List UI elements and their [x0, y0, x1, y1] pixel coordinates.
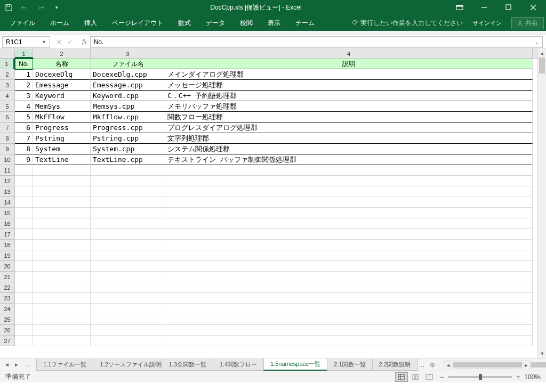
vscroll-thumb[interactable] — [539, 58, 545, 74]
cell[interactable]: Pstring.cpp — [91, 133, 165, 144]
zoom-slider[interactable] — [448, 376, 512, 378]
cell[interactable]: Pstring — [33, 133, 91, 144]
cell[interactable] — [15, 197, 33, 208]
sheet-tab[interactable]: 2.2関数説明 — [372, 359, 417, 371]
row-header[interactable]: 18 — [0, 240, 14, 250]
cell[interactable]: 説明 — [165, 59, 533, 69]
cell[interactable]: Progress — [33, 123, 91, 133]
cell[interactable] — [33, 293, 91, 304]
cell[interactable]: プログレスダイアログ処理郡 — [165, 123, 533, 133]
cell[interactable] — [165, 240, 533, 250]
cell[interactable] — [165, 336, 533, 346]
cell[interactable] — [165, 186, 533, 197]
zoom-thumb[interactable] — [479, 374, 482, 380]
row-header[interactable]: 11 — [0, 165, 14, 176]
cell[interactable]: 関数フロー処理郡 — [165, 112, 533, 123]
cell[interactable] — [15, 293, 33, 304]
scroll-down-icon[interactable]: ▼ — [538, 349, 546, 358]
cell[interactable] — [15, 229, 33, 240]
new-sheet-button[interactable]: ⊕ — [427, 358, 438, 371]
cell[interactable] — [165, 229, 533, 240]
minimize-button[interactable] — [473, 0, 495, 15]
view-page-break-icon[interactable] — [423, 372, 436, 382]
grid-cells[interactable]: No.名称ファイル名説明1DocexeDlgDocexeDlg.cppメインダイ… — [15, 59, 537, 358]
zoom-out-button[interactable]: − — [440, 373, 444, 381]
save-icon[interactable] — [3, 2, 14, 13]
sheet-tab[interactable]: 1.4関数フロー — [213, 359, 264, 371]
cell[interactable] — [91, 261, 165, 272]
row-header[interactable]: 3 — [0, 80, 14, 91]
tab-nav-buttons[interactable]: ◄ ► ... — [0, 358, 36, 371]
cell[interactable]: 名称 — [33, 59, 91, 69]
cell[interactable]: 2 — [15, 80, 33, 91]
sheet-tab[interactable]: 1.5namespace一覧 — [263, 358, 327, 371]
cell[interactable] — [33, 186, 91, 197]
cell[interactable] — [91, 293, 165, 304]
signin-link[interactable]: サインイン — [467, 17, 507, 29]
cell[interactable] — [33, 165, 91, 176]
cell[interactable] — [33, 250, 91, 261]
formula-bar[interactable]: No. ⌄ — [90, 36, 543, 48]
cell[interactable]: 9 — [15, 154, 33, 165]
cell[interactable] — [165, 304, 533, 314]
cell[interactable]: メインダイアログ処理郡 — [165, 69, 533, 80]
ribbon-tab-file[interactable]: ファイル — [2, 15, 43, 31]
cell[interactable] — [165, 314, 533, 325]
row-header[interactable]: 21 — [0, 272, 14, 282]
cell[interactable]: 5 — [15, 112, 33, 123]
row-header[interactable]: 15 — [0, 208, 14, 218]
cell[interactable]: 4 — [15, 101, 33, 112]
cell[interactable]: MkFFlow — [33, 112, 91, 123]
cell[interactable] — [165, 165, 533, 176]
cell[interactable]: 1 — [15, 69, 33, 80]
cell[interactable] — [33, 240, 91, 250]
cell[interactable] — [165, 325, 533, 336]
cell[interactable]: System — [33, 144, 91, 154]
row-header[interactable]: 9 — [0, 144, 14, 154]
view-page-layout-icon[interactable] — [409, 372, 422, 382]
cell[interactable]: Memsys.cpp — [91, 101, 165, 112]
ribbon-options-icon[interactable] — [449, 0, 470, 15]
cell[interactable] — [15, 261, 33, 272]
row-header[interactable]: 22 — [0, 282, 14, 293]
col-header[interactable]: 1 — [15, 49, 33, 58]
cell[interactable] — [15, 218, 33, 229]
row-header[interactable]: 26 — [0, 325, 14, 336]
undo-icon[interactable] — [19, 2, 30, 13]
maximize-button[interactable] — [498, 0, 519, 15]
cell[interactable]: Emessage — [33, 80, 91, 91]
sheet-tab[interactable]: 1.3全関数一覧 — [162, 359, 213, 371]
cell[interactable] — [33, 229, 91, 240]
cell[interactable] — [91, 229, 165, 240]
cell[interactable]: メッセージ処理郡 — [165, 80, 533, 91]
cell[interactable] — [91, 186, 165, 197]
cell[interactable] — [91, 208, 165, 218]
row-header[interactable]: 6 — [0, 112, 14, 123]
cell[interactable]: TextLine — [33, 154, 91, 165]
cell[interactable] — [15, 208, 33, 218]
cell[interactable]: No. — [15, 59, 33, 69]
cell[interactable]: Progress.cpp — [91, 123, 165, 133]
view-normal-icon[interactable] — [395, 372, 408, 382]
ribbon-tab-3[interactable]: 数式 — [171, 15, 198, 31]
row-header[interactable]: 27 — [0, 336, 14, 346]
cell[interactable] — [91, 250, 165, 261]
row-header[interactable]: 5 — [0, 101, 14, 112]
cell[interactable] — [165, 293, 533, 304]
cell[interactable] — [33, 197, 91, 208]
ribbon-tab-2[interactable]: ページレイアウト — [105, 15, 171, 31]
cell[interactable]: DocexeDlg — [33, 69, 91, 80]
cell[interactable]: C，C++ 予約語処理郡 — [165, 91, 533, 101]
tabs-overflow-left[interactable]: ... — [23, 360, 32, 369]
cell[interactable] — [15, 336, 33, 346]
row-header[interactable]: 19 — [0, 250, 14, 261]
row-header[interactable]: 8 — [0, 133, 14, 144]
cell[interactable]: System.cpp — [91, 144, 165, 154]
cell[interactable] — [33, 304, 91, 314]
ribbon-tab-4[interactable]: データ — [198, 15, 232, 31]
cell[interactable] — [15, 165, 33, 176]
name-box[interactable]: R1C1 ▼ — [2, 36, 50, 48]
ribbon-tab-6[interactable]: 表示 — [260, 15, 288, 31]
cell[interactable] — [91, 336, 165, 346]
cell[interactable]: システム関係処理郡 — [165, 144, 533, 154]
